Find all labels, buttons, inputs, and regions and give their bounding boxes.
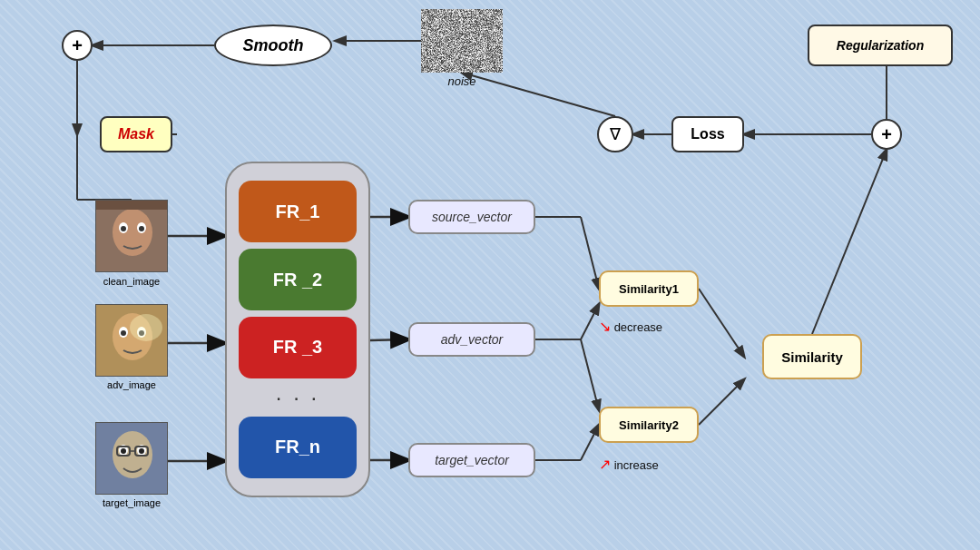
decrease-label: ↘ decrease [599,318,662,335]
loss-label: Loss [691,126,724,142]
similarity-main-label: Similarity [781,349,843,365]
svg-line-21 [581,339,599,410]
fr1-label: FR_1 [276,201,320,222]
svg-line-23 [581,425,599,460]
grad-symbol: ∇ [610,124,621,144]
increase-text: increase [614,458,659,472]
diagram: Smooth Regularization noise Loss Mask + … [0,0,980,550]
svg-line-18 [581,217,599,289]
svg-point-31 [121,226,126,231]
target-vector-box: target_vector [408,443,535,477]
svg-point-32 [139,226,144,231]
similarity2-label: Similarity2 [619,418,679,432]
fr3-box: FR _3 [239,317,357,378]
svg-point-45 [121,448,126,454]
mask-box: Mask [100,116,172,152]
adv-vector-box: adv_vector [408,322,535,357]
target-image-label: target_image [95,497,168,508]
frn-label: FR_n [275,437,320,457]
regularization-label: Regularization [837,38,924,53]
plus-circle-right: + [871,119,902,150]
svg-line-26 [812,150,887,334]
similarity2-box: Similarity2 [599,407,699,443]
plus-symbol-right: + [881,124,892,145]
svg-line-20 [581,304,599,339]
noise-canvas [421,9,503,73]
target-vector-label: target_vector [435,453,509,467]
decrease-text: decrease [614,320,662,334]
regularization-box: Regularization [808,25,953,66]
plus-circle-topleft: + [62,30,93,61]
source-vector-box: source_vector [408,200,535,234]
similarity1-label: Similarity1 [619,282,679,296]
fr1-box: FR_1 [239,181,357,242]
noise-label: noise [421,74,503,88]
smooth-box: Smooth [214,25,332,66]
svg-point-40 [130,314,162,341]
adv-image [95,304,168,377]
clean-image-label: clean_image [95,276,168,287]
fr2-box: FR _2 [239,249,357,310]
clean-image [95,200,168,272]
source-vector-label: source_vector [432,210,512,224]
svg-rect-33 [96,201,168,210]
svg-point-46 [139,448,144,454]
decrease-arrow: ↘ [599,319,611,334]
gradient-circle: ∇ [597,116,633,152]
fr3-label: FR _3 [273,337,322,358]
loss-box: Loss [671,116,744,152]
increase-label: ↗ increase [599,456,659,473]
fr-model-container: FR_1 FR _2 FR _3 · · · FR_n [225,162,370,497]
increase-arrow: ↗ [599,457,611,472]
adv-image-label: adv_image [95,379,168,390]
similarity-main-box: Similarity [762,334,862,379]
fr-dots: · · · [276,385,319,410]
noise-image-container: noise [421,9,503,82]
similarity1-box: Similarity1 [599,270,699,307]
adv-vector-label: adv_vector [441,332,503,347]
svg-point-38 [121,330,126,336]
smooth-label: Smooth [243,36,304,55]
plus-symbol-topleft: + [72,35,83,56]
svg-line-25 [699,379,744,425]
svg-line-15 [370,339,408,340]
frn-box: FR_n [239,417,357,478]
target-image [95,422,168,495]
fr2-label: FR _2 [273,270,322,290]
mask-label: Mask [118,126,154,142]
svg-line-24 [699,289,744,357]
